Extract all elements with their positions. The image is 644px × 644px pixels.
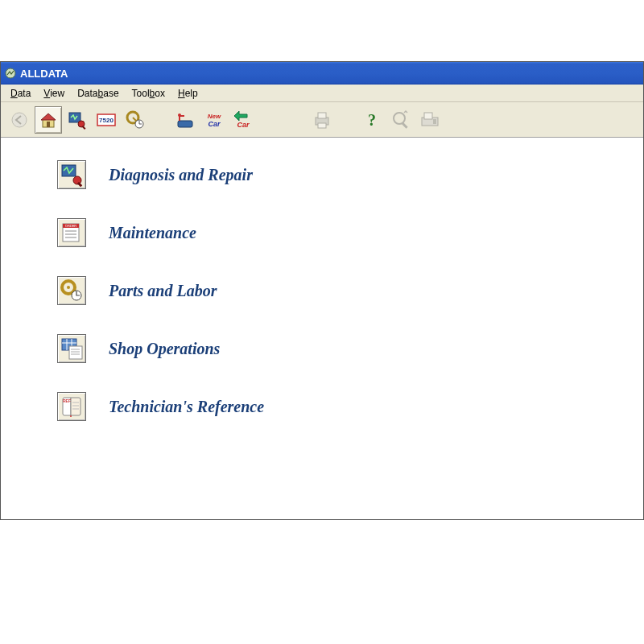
- category-tech-ref[interactable]: REFTechnician's Reference: [57, 392, 643, 421]
- toolbar: 7520NewCarCar?: [1, 102, 643, 138]
- svg-text:7520: 7520: [99, 117, 114, 124]
- window-title: ALLDATA: [20, 68, 68, 80]
- fax-icon: [416, 106, 444, 134]
- svg-rect-25: [433, 119, 436, 124]
- svg-point-1: [12, 113, 27, 127]
- category-diag-repair[interactable]: Diagnosis and Repair: [57, 160, 643, 189]
- app-window: ALLDATA DataViewDatabaseToolboxHelp 7520…: [0, 61, 644, 520]
- parts-labor-icon: [57, 276, 86, 305]
- category-parts-labor[interactable]: Parts and Labor: [57, 276, 643, 305]
- app-icon: [4, 67, 17, 80]
- svg-text:ORDER: ORDER: [65, 224, 77, 228]
- home-icon[interactable]: [35, 106, 62, 134]
- maintenance-icon: ORDER: [57, 218, 86, 247]
- svg-point-21: [394, 113, 405, 124]
- svg-rect-4: [47, 122, 50, 127]
- menu-toolbox[interactable]: Toolbox: [126, 86, 171, 101]
- svg-rect-22: [402, 122, 408, 129]
- svg-point-36: [67, 286, 70, 289]
- category-label: Diagnosis and Repair: [109, 166, 253, 184]
- new-car-icon[interactable]: NewCar: [200, 106, 228, 134]
- svg-text:New: New: [208, 113, 221, 120]
- parts-labor-icon[interactable]: [122, 106, 149, 134]
- svg-marker-3: [41, 114, 56, 120]
- back-icon: [6, 106, 33, 134]
- svg-rect-19: [318, 123, 326, 128]
- code-7520-icon[interactable]: 7520: [93, 106, 120, 134]
- prev-car-icon[interactable]: Car: [229, 106, 257, 134]
- category-maintenance[interactable]: ORDERMaintenance: [57, 218, 643, 247]
- zoom-icon: [387, 106, 415, 134]
- category-label: Technician's Reference: [109, 398, 264, 416]
- svg-point-50: [70, 415, 72, 417]
- diagnosis-icon[interactable]: [64, 106, 91, 134]
- svg-rect-24: [424, 113, 432, 119]
- svg-rect-42: [69, 346, 82, 359]
- svg-text:Car: Car: [237, 121, 250, 129]
- menu-view[interactable]: View: [37, 86, 71, 101]
- svg-text:Car: Car: [208, 120, 221, 128]
- diag-repair-icon: [57, 160, 86, 189]
- menu-bar: DataViewDatabaseToolboxHelp: [1, 85, 643, 102]
- svg-text:?: ?: [368, 111, 376, 129]
- category-label: Shop Operations: [109, 340, 220, 358]
- svg-rect-18: [318, 113, 326, 118]
- print-icon: [308, 106, 336, 134]
- category-shop-ops[interactable]: Shop Operations: [57, 334, 643, 363]
- category-label: Parts and Labor: [109, 282, 217, 300]
- svg-point-13: [178, 114, 181, 117]
- content-area: Diagnosis and RepairORDERMaintenancePart…: [1, 138, 643, 519]
- title-bar: ALLDATA: [1, 62, 643, 85]
- menu-database[interactable]: Database: [71, 86, 125, 101]
- svg-text:REF: REF: [63, 398, 71, 403]
- help-icon[interactable]: ?: [358, 106, 386, 134]
- menu-data[interactable]: Data: [4, 86, 37, 101]
- shop-ops-icon: [57, 334, 86, 363]
- menu-help[interactable]: Help: [171, 86, 204, 101]
- tech-ref-icon: REF: [57, 392, 86, 421]
- category-label: Maintenance: [109, 224, 196, 242]
- svg-rect-12: [178, 121, 192, 127]
- maintenance-icon[interactable]: [171, 106, 199, 134]
